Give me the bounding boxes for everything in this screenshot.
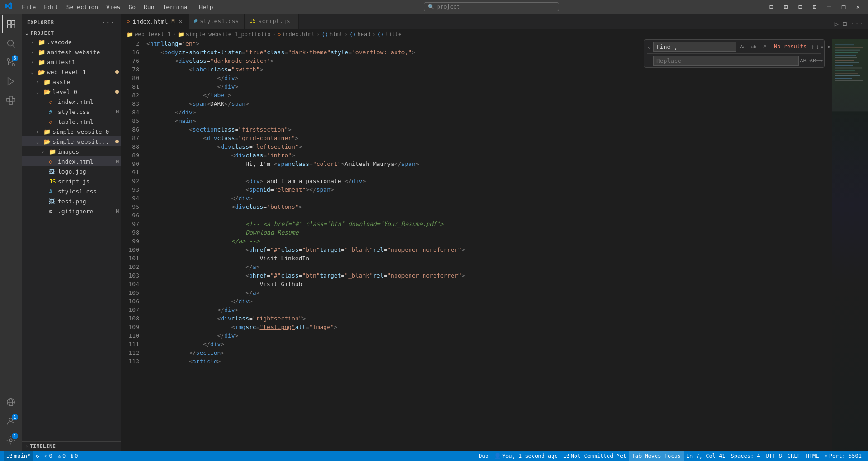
find-select-all-btn[interactable]: ≡ (821, 42, 824, 52)
minimize-btn[interactable]: ─ (824, 1, 835, 12)
tree-item-logo-jpg[interactable]: › 🖼 logo.jpg (22, 166, 121, 176)
menu-edit[interactable]: Edit (40, 3, 61, 11)
activity-account[interactable]: 1 (2, 412, 20, 430)
find-close-btn[interactable]: ✕ (825, 42, 832, 51)
tree-item-asste[interactable]: › 📁 asste (22, 77, 121, 87)
replace-input[interactable] (653, 56, 799, 66)
breadcrumb-label: index.html (282, 31, 315, 38)
match-case-btn[interactable]: Aa (738, 42, 748, 52)
split-editor-btn[interactable]: ⊟ (841, 19, 848, 29)
tab-styles1-css[interactable]: # styles1.css (189, 14, 245, 29)
find-replace-widget: ⌄ Aa ab .* No results ↑ ↓ ≡ ✕ (644, 39, 825, 68)
status-branch[interactable]: ⎇ main* (4, 451, 33, 461)
maximize-btn[interactable]: □ (838, 1, 849, 12)
title-search[interactable]: 🔍 project (424, 2, 559, 11)
sidebar-more-btn[interactable]: ··· (101, 18, 115, 27)
modified-badge: M (116, 159, 119, 165)
status-language[interactable]: HTML (803, 451, 822, 461)
match-word-btn[interactable]: ab (749, 42, 759, 52)
activity-run[interactable] (2, 72, 20, 90)
status-errors[interactable]: ⊘ 0 (42, 451, 55, 461)
status-port[interactable]: ⊕ Port: 5501 (822, 451, 864, 461)
tree-item-style-css[interactable]: › # style.css M (22, 107, 121, 117)
file-label: logo.jpg (58, 168, 121, 175)
breadcrumb-html[interactable]: ⟨⟩ html (322, 31, 343, 38)
status-line-col[interactable]: Ln 7, Col 41 (684, 451, 728, 461)
tab-script-js[interactable]: JS script.js (245, 14, 299, 29)
sidebar-toggle-btn[interactable]: ⊟ (766, 1, 777, 12)
menu-help[interactable]: Help (195, 3, 217, 11)
tree-item-styles1-css[interactable]: › # styles1.css (22, 186, 121, 196)
tree-item-gitignore[interactable]: › ⚙ .gitignore M (22, 206, 121, 216)
code-line: </div> (146, 306, 832, 314)
status-info[interactable]: ℹ 0 (68, 451, 80, 461)
breadcrumb-title[interactable]: ⟨⟩ title (377, 31, 402, 38)
minimap-visual (832, 39, 868, 451)
activity-settings[interactable]: 1 (2, 431, 20, 449)
tree-item-vscode[interactable]: › 📁 .vscode (22, 37, 121, 47)
status-git-info[interactable]: 👤 You, 1 second ago (491, 451, 561, 461)
tree-item-amitesh1[interactable]: › 📁 amitesh1 (22, 57, 121, 67)
tree-item-script-js[interactable]: › JS script.js (22, 176, 121, 186)
status-warnings[interactable]: ⚠ 0 (55, 451, 68, 461)
activity-remote[interactable] (2, 393, 20, 411)
timeline-bar[interactable]: › TIMELINE (22, 441, 121, 451)
activity-explorer[interactable] (2, 15, 20, 33)
code-line: </a> (146, 263, 832, 271)
line-num: 96 (121, 211, 139, 220)
status-spaces[interactable]: Spaces: 4 (728, 451, 763, 461)
status-eol[interactable]: CRLF (785, 451, 803, 461)
menu-run[interactable]: Run (140, 3, 158, 11)
tab-index-html[interactable]: ◇ index.html M ✕ (121, 14, 189, 29)
chevron-icon: › (36, 80, 43, 85)
activity-extensions[interactable] (2, 91, 20, 109)
menu-terminal[interactable]: Terminal (159, 3, 195, 11)
status-encoding[interactable]: UTF-8 (763, 451, 785, 461)
layout-btn3[interactable]: ⊞ (809, 1, 820, 12)
more-actions-btn[interactable]: ··· (849, 19, 864, 29)
status-tab-moves[interactable]: Tab Moves Focus (629, 451, 683, 461)
status-duo[interactable]: Duo (476, 451, 491, 461)
find-prev-btn[interactable]: ↑ (811, 42, 814, 52)
code-editor[interactable]: ⌄ Aa ab .* No results ↑ ↓ ≡ ✕ (121, 39, 832, 451)
layout-btn1[interactable]: ⊞ (780, 1, 791, 12)
tree-item-test-png[interactable]: › 🖼 test.png (22, 196, 121, 206)
tree-item-table-html[interactable]: › ◇ table.html (22, 117, 121, 127)
file-label: test.png (58, 198, 121, 205)
status-not-committed[interactable]: ⎇ Not Committed Yet (561, 451, 629, 461)
code-content[interactable]: <html lang="en"> <body cz-shortcut-liste… (143, 39, 832, 451)
breadcrumb-web-level-1[interactable]: 📁 web level 1 (127, 31, 170, 38)
menu-view[interactable]: View (103, 3, 124, 11)
tree-item-amitesh-website[interactable]: › 📁 amitesh website (22, 47, 121, 57)
project-chevron[interactable]: ⌄ (25, 30, 29, 36)
tree-item-images[interactable]: › 📁 images (22, 146, 121, 156)
breadcrumb-portfolio[interactable]: 📁 simple website 1_portfolio (178, 31, 271, 38)
menu-selection[interactable]: Selection (63, 3, 102, 11)
tree-item-simple-website-1[interactable]: ⌄ 📂 simple websit... (22, 136, 121, 146)
tree-item-simple-website-0[interactable]: › 📁 simple website 0 (22, 127, 121, 136)
line-num: 81 (121, 82, 139, 91)
svg-rect-36 (832, 39, 868, 111)
activity-search[interactable] (2, 34, 20, 52)
menu-go[interactable]: Go (125, 3, 139, 11)
breadcrumb-head[interactable]: ⟨⟩ head (349, 31, 370, 38)
replace-all-btn[interactable]: AB⟹ (811, 56, 821, 66)
find-next-btn[interactable]: ↓ (816, 42, 819, 52)
find-input[interactable] (653, 42, 736, 52)
close-btn[interactable]: ✕ (853, 1, 863, 12)
use-regex-btn[interactable]: .* (760, 42, 769, 52)
activity-source-control[interactable]: 6 (2, 53, 20, 71)
find-expand-btn[interactable]: ⌄ (647, 43, 651, 50)
run-btn[interactable]: ▷ (834, 19, 840, 29)
tab-close-btn[interactable]: ✕ (179, 18, 183, 25)
tree-item-index-html-l0[interactable]: › ◇ index.html (22, 97, 121, 107)
layout-btn2[interactable]: ⊟ (795, 1, 806, 12)
breadcrumb-index-html[interactable]: ◇ index.html (278, 31, 315, 38)
menu-file[interactable]: File (18, 3, 39, 11)
tree-item-level0[interactable]: ⌄ 📂 level 0 (22, 87, 121, 97)
file-label: script.js (58, 178, 121, 185)
status-sync[interactable]: ↻ (33, 451, 42, 461)
tree-item-web-level-1[interactable]: ⌄ 📂 web level 1 (22, 67, 121, 77)
editor-area: ◇ index.html M ✕ # styles1.css JS script… (121, 14, 868, 451)
tree-item-index-html-main[interactable]: › ◇ index.html M (22, 156, 121, 166)
